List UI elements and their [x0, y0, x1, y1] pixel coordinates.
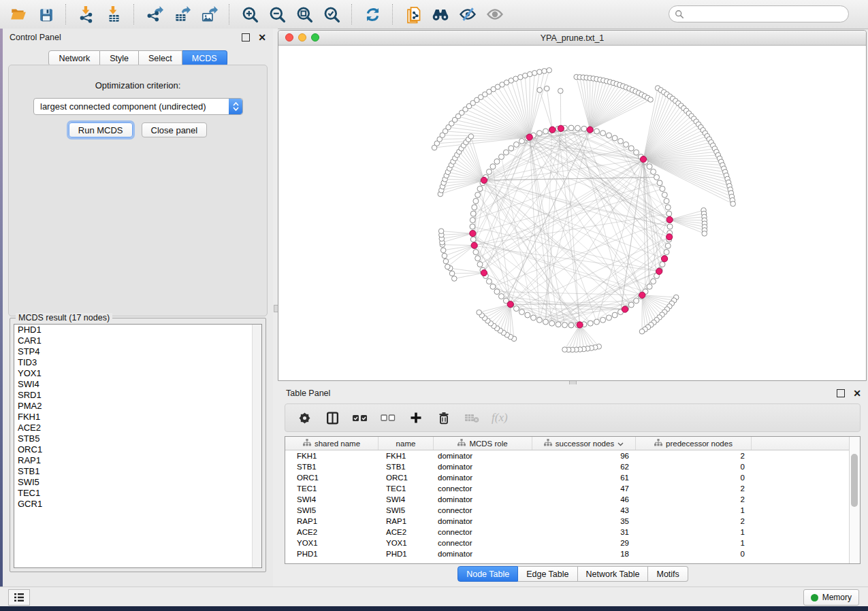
network-node[interactable]: [523, 73, 528, 78]
network-hub-node[interactable]: [640, 156, 646, 163]
network-node[interactable]: [730, 201, 736, 207]
network-node[interactable]: [536, 131, 542, 136]
tab-style[interactable]: Style: [100, 50, 139, 66]
mcds-result-item[interactable]: ORC1: [14, 444, 261, 455]
network-node[interactable]: [475, 256, 481, 261]
network-hub-node[interactable]: [471, 242, 477, 248]
network-node[interactable]: [664, 250, 669, 255]
table-row[interactable]: ACE2ACE2connector311: [285, 527, 860, 538]
table-row[interactable]: YOX1YOX1connector291: [285, 538, 860, 548]
table-scrollbar[interactable]: [849, 437, 860, 563]
network-node[interactable]: [556, 322, 561, 327]
close-window-icon[interactable]: [285, 33, 293, 42]
tab-edge-table[interactable]: Edge Table: [518, 566, 577, 582]
table-row[interactable]: SWI4SWI4dominator462: [285, 494, 860, 505]
network-hub-node[interactable]: [558, 125, 564, 131]
network-node[interactable]: [486, 279, 492, 284]
mcds-result-item[interactable]: YOX1: [14, 368, 261, 379]
network-node[interactable]: [558, 88, 564, 94]
table-row[interactable]: PHD1PHD1dominator180: [285, 548, 860, 559]
network-node[interactable]: [509, 146, 514, 151]
table-row[interactable]: STB1STB1dominator620: [285, 461, 860, 472]
run-mcds-button[interactable]: Run MCDS: [69, 122, 133, 137]
tab-network[interactable]: Network: [48, 50, 100, 66]
network-node[interactable]: [654, 175, 660, 180]
import-network-icon[interactable]: [76, 4, 97, 24]
column-header-successor-nodes[interactable]: successor nodes: [532, 437, 636, 450]
network-node[interactable]: [542, 69, 547, 74]
network-node[interactable]: [473, 250, 479, 255]
tab-network-table[interactable]: Network Table: [578, 566, 649, 582]
network-node[interactable]: [600, 131, 606, 136]
network-node[interactable]: [527, 71, 532, 77]
mcds-result-item[interactable]: ACE2: [14, 423, 261, 433]
network-hub-node[interactable]: [666, 234, 673, 240]
network-hub-node[interactable]: [481, 269, 487, 276]
network-node[interactable]: [600, 317, 606, 323]
search-input[interactable]: [684, 9, 848, 20]
network-node[interactable]: [486, 169, 492, 174]
vertical-splitter[interactable]: [273, 29, 278, 587]
close-panel-icon[interactable]: ✕: [853, 390, 861, 397]
network-node[interactable]: [624, 142, 629, 147]
mcds-result-item[interactable]: SRD1: [14, 390, 261, 401]
optimization-criterion-select[interactable]: largest connected component (undirected): [33, 98, 243, 115]
search-field[interactable]: [669, 5, 849, 22]
network-node[interactable]: [702, 231, 707, 236]
network-node[interactable]: [612, 312, 617, 318]
network-node[interactable]: [667, 224, 673, 229]
deselect-all-icon[interactable]: [380, 410, 396, 426]
table-row[interactable]: TEC1TEC1connector472: [285, 483, 860, 494]
network-node[interactable]: [443, 259, 449, 264]
network-node[interactable]: [477, 261, 483, 267]
network-node[interactable]: [531, 315, 536, 320]
network-node[interactable]: [647, 164, 652, 169]
network-node[interactable]: [449, 271, 455, 276]
network-node[interactable]: [581, 126, 587, 131]
mcds-result-item[interactable]: TID3: [14, 357, 261, 368]
maximize-window-icon[interactable]: [311, 33, 319, 42]
export-document-icon[interactable]: [403, 4, 423, 24]
tab-select[interactable]: Select: [139, 50, 182, 66]
network-node[interactable]: [490, 164, 496, 169]
zoom-in-icon[interactable]: [240, 4, 260, 24]
network-node[interactable]: [664, 198, 669, 203]
network-hub-node[interactable]: [656, 268, 662, 274]
network-node[interactable]: [651, 169, 656, 174]
network-graph[interactable]: [278, 46, 865, 380]
network-node[interactable]: [665, 243, 671, 248]
table-row[interactable]: ORC1ORC1dominator610: [285, 472, 860, 483]
network-node[interactable]: [445, 264, 451, 269]
network-node[interactable]: [440, 248, 446, 253]
network-node[interactable]: [513, 142, 519, 147]
table-settings-gear-icon[interactable]: [296, 410, 312, 426]
network-node[interactable]: [606, 315, 611, 320]
network-hub-node[interactable]: [587, 127, 593, 133]
network-node[interactable]: [575, 125, 580, 131]
network-canvas[interactable]: [278, 46, 865, 380]
import-table-icon[interactable]: [103, 4, 124, 24]
table-row[interactable]: RAP1RAP1dominator352: [285, 516, 860, 527]
network-node[interactable]: [634, 150, 639, 155]
network-node[interactable]: [442, 253, 447, 259]
network-hub-node[interactable]: [622, 306, 628, 312]
export-network-icon[interactable]: [144, 4, 165, 24]
table-row[interactable]: SWI5SWI5connector431: [285, 505, 860, 516]
network-node[interactable]: [473, 198, 479, 203]
network-node[interactable]: [519, 310, 525, 315]
network-node[interactable]: [536, 317, 542, 323]
network-node[interactable]: [634, 298, 639, 303]
network-node[interactable]: [657, 180, 662, 186]
save-icon[interactable]: [35, 4, 56, 24]
mcds-result-item[interactable]: SWI5: [14, 477, 261, 488]
mcds-result-item[interactable]: STP4: [14, 346, 261, 357]
column-header-MCDS-role[interactable]: MCDS role: [434, 437, 532, 450]
network-node[interactable]: [494, 159, 500, 164]
network-node[interactable]: [660, 261, 665, 267]
mcds-result-item[interactable]: RAP1: [14, 455, 261, 466]
close-panel-button[interactable]: Close panel: [142, 122, 208, 137]
network-node[interactable]: [513, 306, 519, 312]
network-node[interactable]: [537, 69, 543, 75]
select-all-icon[interactable]: [352, 410, 368, 426]
network-node[interactable]: [470, 211, 476, 216]
